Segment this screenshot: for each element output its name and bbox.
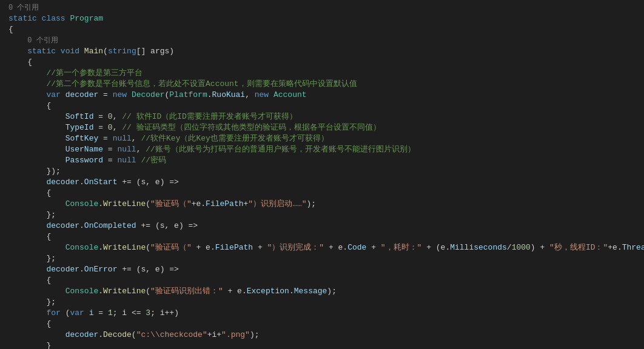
code-line-10: { xyxy=(0,101,644,111)
hint-line-4: 0 个引用 xyxy=(0,35,644,46)
code-line-9: var decoder = new Decoder(Platform.RuoKu… xyxy=(0,90,644,101)
code-line-29: for (var i = 1; i <= 3; i++) xyxy=(0,308,644,319)
comment-line-7: //第一个参数是第三方平台 xyxy=(0,68,644,79)
code-line-16: }); xyxy=(0,166,644,177)
code-line-15: Password = null //密码 xyxy=(0,155,644,166)
code-line-13: SoftKey = null, //软件Key（此Key也需要注册开发者账号才可… xyxy=(0,133,644,144)
code-line-27: Console.WriteLine("验证码识别出错：" + e.Excepti… xyxy=(0,286,644,297)
code-line-22: { xyxy=(0,231,644,242)
code-line-18: { xyxy=(0,188,644,199)
code-line-11: SoftId = 0, // 软件ID（此ID需要注册开发者账号才可获得） xyxy=(0,111,644,122)
code-line-2: static class Program xyxy=(0,13,644,24)
code-line-20: }; xyxy=(0,210,644,221)
hint-line-1: 0 个引用 xyxy=(0,2,644,13)
code-line-19: Console.WriteLine("验证码（"+e.FilePath+"）识别… xyxy=(0,199,644,210)
code-editor: 0 个引用 static class Program { 0 个引用 stati… xyxy=(0,0,644,349)
code-line-32: } xyxy=(0,341,644,349)
code-line-28: }; xyxy=(0,297,644,308)
code-line-5: static void Main(string[] args) xyxy=(0,46,644,57)
code-line-3: { xyxy=(0,24,644,35)
code-line-14: UserName = null, //账号（此账号为打码平台的普通用户账号，开发… xyxy=(0,144,644,155)
code-line-17: decoder.OnStart += (s, e) => xyxy=(0,177,644,188)
code-line-6: { xyxy=(0,57,644,68)
code-line-12: TypeId = 0, // 验证码类型（四位字符或其他类型的验证码，根据各平台… xyxy=(0,122,644,133)
code-line-30: { xyxy=(0,319,644,330)
code-line-26: { xyxy=(0,275,644,286)
comment-line-8: //第二个参数是平台账号信息，若此处不设置Account，则需要在策略代码中设置… xyxy=(0,79,644,90)
code-line-23: Console.WriteLine("验证码（" + e.FilePath + … xyxy=(0,242,644,253)
code-line-25: decoder.OnError += (s, e) => xyxy=(0,264,644,275)
code-line-24: }; xyxy=(0,253,644,264)
code-line-21: decoder.OnCompleted += (s, e) => xyxy=(0,221,644,231)
code-line-31: decoder.Decode("c:\\checkcode"+i+".png")… xyxy=(0,330,644,341)
